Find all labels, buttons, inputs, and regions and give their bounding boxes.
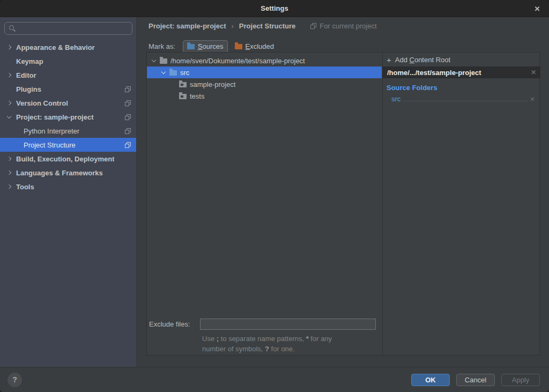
sidebar-item-build-execution-deployment[interactable]: Build, Execution, Deployment <box>0 152 136 166</box>
chevron-down-icon[interactable] <box>161 69 166 73</box>
excluded-folder-icon <box>235 44 242 49</box>
chevron-right-icon[interactable] <box>7 171 11 175</box>
folder-icon <box>160 58 167 64</box>
source-folder-icon <box>169 70 177 76</box>
tree-row-sample-project[interactable]: sample-project <box>147 78 382 90</box>
chevron-down-icon[interactable] <box>7 114 11 118</box>
dialog-title: Settings <box>261 4 288 12</box>
sidebar-item-keymap[interactable]: Keymap <box>0 54 136 68</box>
sidebar-item-project-sample-project[interactable]: Project: sample-project <box>0 110 136 124</box>
chevron-right-icon[interactable] <box>7 101 11 105</box>
exclude-files-input[interactable] <box>200 319 376 330</box>
folder-icon <box>179 94 187 99</box>
breadcrumb-project[interactable]: Project: sample-project <box>149 22 226 30</box>
tree-row-tests[interactable]: tests <box>147 90 382 102</box>
apply-button[interactable]: Apply <box>501 374 540 386</box>
dialog-footer: ? OK Cancel Apply <box>0 367 549 392</box>
sidebar-item-languages-frameworks[interactable]: Languages & Frameworks <box>0 166 136 180</box>
sidebar-item-version-control[interactable]: Version Control <box>0 96 136 110</box>
help-button[interactable]: ? <box>8 373 22 387</box>
chevron-right-icon[interactable] <box>7 45 11 49</box>
source-folder-entry[interactable]: src ✕ <box>391 95 535 104</box>
breadcrumb: Project: sample-project › Project Struct… <box>149 20 377 31</box>
project-settings-marker-icon <box>125 128 131 134</box>
source-folder-link[interactable]: src <box>391 95 400 103</box>
sidebar-item-appearance-behavior[interactable]: Appearance & Behavior <box>0 40 136 54</box>
content-tree-pane: /home/sven/Dokumente/test/sample-project… <box>147 53 382 355</box>
content-tree: /home/sven/Dokumente/test/sample-project… <box>147 53 382 102</box>
settings-sidebar: Appearance & Behavior Keymap Editor Plug… <box>0 17 137 367</box>
search-icon <box>9 25 16 32</box>
cancel-button[interactable]: Cancel <box>456 374 495 386</box>
add-content-root-button[interactable]: + Add Content Root <box>383 53 540 66</box>
settings-search[interactable] <box>4 22 132 35</box>
chevron-down-icon[interactable] <box>152 57 156 62</box>
sidebar-item-plugins[interactable]: Plugins <box>0 82 136 96</box>
mark-as-label: Mark as: <box>149 42 175 50</box>
mark-as-toolbar: Mark as: Sources Excluded <box>149 39 278 53</box>
tree-row-src[interactable]: src <box>147 66 382 78</box>
exclude-files-label: Exclude files: <box>149 320 200 328</box>
project-settings-marker-icon <box>125 114 131 120</box>
breadcrumb-page: Project Structure <box>239 22 295 30</box>
remove-content-root-icon[interactable]: ✕ <box>531 69 536 76</box>
dotted-leader <box>402 101 528 101</box>
content-root-pane: + Add Content Root /home/.../test/sample… <box>382 53 540 355</box>
mark-sources-button[interactable]: Sources <box>183 40 228 53</box>
project-settings-marker-icon <box>125 86 131 92</box>
exclude-files-section: Exclude files: Use ; to separate name pa… <box>147 319 382 354</box>
scope-note: For current project <box>310 22 376 30</box>
chevron-right-icon[interactable] <box>7 73 11 77</box>
remove-source-folder-icon[interactable]: ✕ <box>530 95 535 103</box>
plus-icon: + <box>387 56 391 64</box>
project-settings-marker-icon <box>125 100 131 106</box>
ok-button[interactable]: OK <box>411 374 450 386</box>
project-structure-panel: /home/sven/Dokumente/test/sample-project… <box>146 52 540 356</box>
search-input[interactable] <box>19 25 132 33</box>
sources-folder-icon <box>187 44 195 49</box>
folder-icon <box>179 82 187 87</box>
source-folders-title: Source Folders <box>387 84 540 92</box>
project-settings-marker-icon <box>125 142 131 148</box>
content-root-header[interactable]: /home/.../test/sample-project ✕ <box>383 66 540 78</box>
sidebar-item-editor[interactable]: Editor <box>0 68 136 82</box>
mark-excluded-button[interactable]: Excluded <box>231 41 278 52</box>
settings-dialog: Settings ✕ Appearance & Behavior Keymap … <box>0 0 549 392</box>
close-icon[interactable]: ✕ <box>531 0 544 17</box>
exclude-files-hint: Use ; to separate name patterns, * for a… <box>202 334 382 354</box>
sidebar-item-python-interpreter[interactable]: Python Interpreter <box>0 124 136 138</box>
sidebar-item-project-structure[interactable]: Project Structure <box>0 138 136 152</box>
breadcrumb-separator: › <box>232 22 234 30</box>
project-settings-marker-icon <box>310 23 316 29</box>
chevron-right-icon[interactable] <box>7 184 11 189</box>
title-bar: Settings ✕ <box>0 0 549 17</box>
settings-menu: Appearance & Behavior Keymap Editor Plug… <box>0 40 136 194</box>
tree-row-content-root[interactable]: /home/sven/Dokumente/test/sample-project <box>147 55 382 66</box>
chevron-right-icon[interactable] <box>7 157 11 161</box>
sidebar-item-tools[interactable]: Tools <box>0 180 136 194</box>
